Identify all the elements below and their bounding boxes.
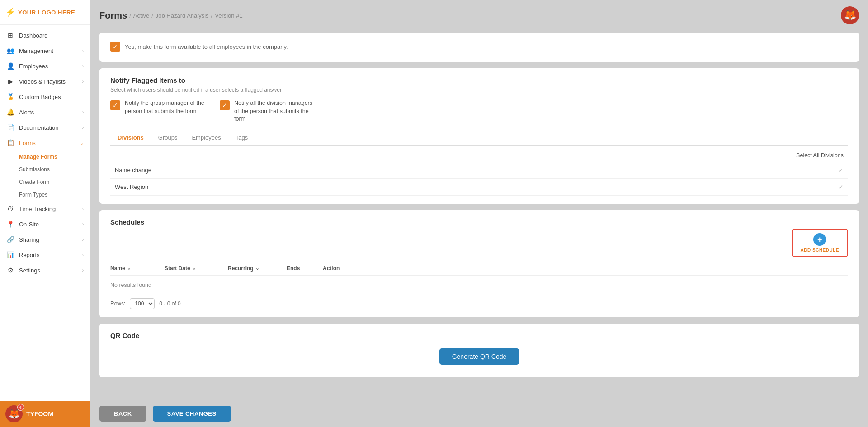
breadcrumb-sep2: / [151,12,153,19]
division-name-2: West Region [115,183,148,190]
notify-options: ✓ Notify the group manager of the person… [110,99,848,123]
schedules-title: Schedules [110,218,848,226]
th-recurring[interactable]: Recurring ⌄ [228,265,287,272]
footer-avatar: 🦊 6 [5,405,23,422]
breadcrumb: Forms / Active / Job Hazard Analysis / V… [99,10,243,21]
notify-option-text-1: Notify the group manager of the person t… [125,99,206,115]
tab-employees[interactable]: Employees [184,131,228,145]
documentation-icon: 📄 [6,124,14,131]
notify-option-2: ✓ Notify all the division managers of th… [220,99,316,123]
chevron-icon: › [82,79,84,84]
notification-badge: 6 [17,404,24,411]
sidebar-item-dashboard[interactable]: ⊞ Dashboard [0,28,90,43]
sidebar-item-on-site[interactable]: 📍 On-Site › [0,216,90,232]
employees-icon: 👤 [6,62,14,70]
logo-area: ⚡ YOUR LOGO HERE [0,0,90,25]
division-row-1: Name change ✓ [110,162,848,179]
breadcrumb-sep1: / [129,12,131,19]
add-schedule-button[interactable]: + ADD SCHEDULE [792,229,848,257]
arrow-annotation [853,222,868,258]
sidebar-item-label: Videos & Playlists [19,78,66,85]
forms-icon: 📋 [6,139,14,146]
breadcrumb-sep3: / [211,12,213,19]
sidebar: ⚡ YOUR LOGO HERE ⊞ Dashboard 👥 Managemen… [0,0,90,427]
page-title: Forms [99,10,127,21]
top-bar: Forms / Active / Job Hazard Analysis / V… [90,0,868,28]
sidebar-item-settings[interactable]: ⚙ Settings › [0,263,90,278]
th-name[interactable]: Name ⌄ [110,265,165,272]
main-area: Forms / Active / Job Hazard Analysis / V… [90,0,868,427]
sidebar-item-time-tracking[interactable]: ⏱ Time Tracking › [0,201,90,216]
forms-subnav: Manage Forms Submissions Create Form For… [0,150,90,201]
breadcrumb-version: Version #1 [215,12,242,19]
add-schedule-label: ADD SCHEDULE [801,248,839,253]
chevron-down-icon: ⌄ [80,141,84,145]
tab-tags[interactable]: Tags [228,131,255,145]
schedules-top-row: + ADD SCHEDULE [110,229,848,257]
sidebar-item-videos[interactable]: ▶ Videos & Playlists › [0,74,90,89]
logo-icon: ⚡ [5,7,15,17]
sidebar-item-management[interactable]: 👥 Management › [0,43,90,58]
division-name-1: Name change [115,167,151,174]
schedules-card: Schedules + ADD SCHEDULE [99,210,859,317]
user-avatar[interactable]: 🦊 [841,6,859,24]
no-results-text: No results found [110,276,848,295]
tab-divisions[interactable]: Divisions [110,131,151,145]
notify-title: Notify Flagged Items to [110,76,848,84]
on-site-icon: 📍 [6,221,14,228]
sidebar-item-sharing[interactable]: 🔗 Sharing › [0,232,90,247]
availability-text: Yes, make this form available to all emp… [125,43,288,50]
sharing-icon: 🔗 [6,236,14,243]
videos-icon: ▶ [6,78,14,85]
th-ends: Ends [287,265,323,272]
bottom-bar: BACK SAVE CHANGES [90,400,868,427]
logo-text: YOUR LOGO HERE [18,9,75,16]
availability-card: ✓ Yes, make this form available to all e… [99,33,859,62]
sidebar-item-documentation[interactable]: 📄 Documentation › [0,120,90,135]
tab-groups[interactable]: Groups [151,131,185,145]
sidebar-item-reports[interactable]: 📊 Reports › [0,247,90,263]
notify-checkbox-1[interactable]: ✓ [110,100,120,110]
qr-code-title: QR Code [110,332,848,339]
sidebar-item-alerts[interactable]: 🔔 Alerts › [0,104,90,120]
notify-option-1: ✓ Notify the group manager of the person… [110,99,206,123]
generate-qr-button[interactable]: Generate QR Code [439,348,519,365]
sidebar-item-employees[interactable]: 👤 Employees › [0,58,90,74]
sort-icon-date: ⌄ [192,266,196,271]
th-start-date[interactable]: Start Date ⌄ [165,265,228,272]
rows-select[interactable]: 100 25 50 [130,298,155,309]
sidebar-item-form-types[interactable]: Form Types [0,188,90,201]
sidebar-item-label: Management [19,47,53,54]
alerts-icon: 🔔 [6,108,14,116]
rows-label: Rows: [110,300,125,307]
division-check-1: ✓ [838,167,844,174]
sidebar-item-label: On-Site [19,221,39,228]
sidebar-item-forms[interactable]: 📋 Forms ⌄ [0,135,90,150]
management-icon: 👥 [6,47,14,54]
chevron-icon: › [82,48,84,53]
sidebar-item-submissions[interactable]: Submissions [0,163,90,176]
availability-row: ✓ Yes, make this form available to all e… [110,38,848,56]
notify-checkbox-2[interactable]: ✓ [220,100,230,110]
th-action: Action [323,265,368,272]
select-all-label: Select All Divisions [796,152,844,159]
sidebar-item-create-form[interactable]: Create Form [0,176,90,188]
settings-icon: ⚙ [6,267,14,274]
availability-checkbox[interactable]: ✓ [110,42,120,52]
sidebar-item-custom-badges[interactable]: 🏅 Custom Badges [0,89,90,104]
breadcrumb-active: Active [133,12,149,19]
save-changes-button[interactable]: SAVE CHANGES [153,406,231,422]
rows-footer: Rows: 100 25 50 0 - 0 of 0 [110,298,848,309]
footer-company-name: TYFOOM [26,410,53,418]
sidebar-footer[interactable]: 🦊 6 TYFOOM [0,401,90,427]
sidebar-item-manage-forms[interactable]: Manage Forms [0,150,90,163]
chevron-icon: › [82,110,84,115]
notify-card: Notify Flagged Items to Select which use… [99,68,859,204]
chevron-icon: › [82,268,84,273]
sidebar-item-label: Custom Badges [19,94,61,100]
sidebar-item-label: Employees [19,63,48,70]
time-tracking-icon: ⏱ [6,205,14,212]
tabs-row: Divisions Groups Employees Tags [110,131,848,146]
reports-icon: 📊 [6,251,14,258]
back-button[interactable]: BACK [99,406,146,422]
